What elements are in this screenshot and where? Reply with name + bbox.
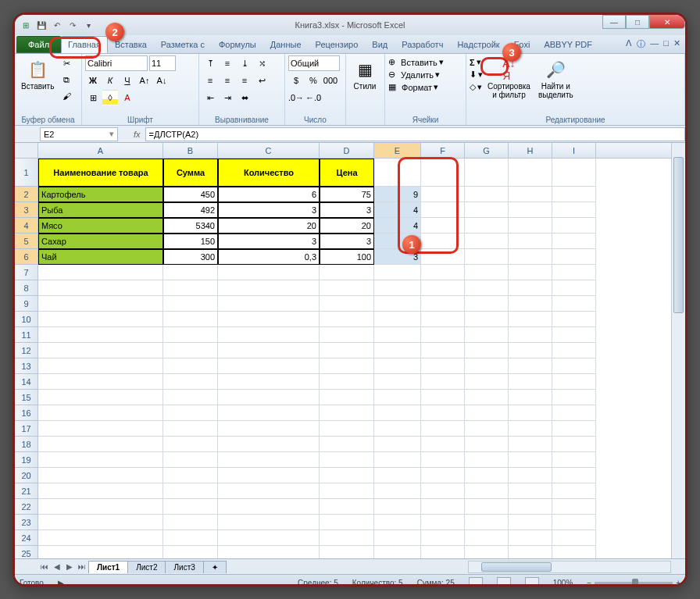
tab-developer[interactable]: Разработч [395, 36, 450, 53]
cell-D9[interactable] [320, 296, 374, 312]
cell-I22[interactable] [552, 499, 596, 515]
cell-D5[interactable]: 3 [320, 234, 374, 249]
align-middle-icon[interactable]: ≡ [220, 55, 235, 71]
col-header-A[interactable]: A [38, 143, 163, 158]
cell-E23[interactable] [374, 515, 421, 530]
sheet-nav-last-icon[interactable]: ⏭ [76, 562, 88, 571]
cell-I21[interactable] [552, 483, 596, 499]
cell-C12[interactable] [218, 343, 320, 358]
comma-icon[interactable]: 000 [323, 73, 338, 88]
cell-H25[interactable] [509, 546, 552, 558]
indent-increase-icon[interactable]: ⇥ [220, 90, 235, 105]
cell-H5[interactable] [509, 234, 552, 249]
cell-F6[interactable] [421, 249, 465, 265]
cell-B25[interactable] [163, 546, 218, 558]
cell-C21[interactable] [218, 483, 320, 499]
cell-B3[interactable]: 492 [163, 202, 218, 218]
cell-I13[interactable] [552, 358, 596, 374]
cell-D2[interactable]: 75 [320, 187, 374, 202]
cell-H19[interactable] [509, 452, 552, 468]
cell-D20[interactable] [320, 468, 374, 483]
tab-formulas[interactable]: Формулы [212, 36, 263, 53]
cell-H15[interactable] [509, 390, 552, 405]
cell-C1[interactable]: Количество [218, 159, 320, 187]
new-sheet-button[interactable]: ✦ [203, 561, 227, 573]
currency-icon[interactable]: $ [288, 73, 304, 88]
cell-F23[interactable] [421, 515, 465, 530]
cell-H8[interactable] [509, 280, 552, 296]
cell-D7[interactable] [320, 265, 374, 280]
hscroll-thumb[interactable] [481, 562, 552, 572]
cell-I24[interactable] [552, 530, 596, 546]
cell-E7[interactable] [374, 265, 421, 280]
cell-D24[interactable] [320, 530, 374, 546]
cell-E11[interactable] [374, 327, 421, 343]
fx-icon[interactable]: fx [129, 130, 145, 139]
row-header-20[interactable]: 20 [15, 468, 38, 483]
cell-B21[interactable] [163, 483, 218, 499]
row-header-25[interactable]: 25 [15, 546, 38, 558]
dec-decimal-icon[interactable]: ←.0 [305, 90, 321, 105]
delete-cells-button[interactable]: ⊖ Удалить ▾ [388, 70, 440, 80]
cell-A5[interactable]: Сахар [38, 234, 163, 249]
cell-C23[interactable] [218, 515, 320, 530]
cell-C2[interactable]: 6 [218, 187, 320, 202]
cell-I15[interactable] [552, 390, 596, 405]
cell-E21[interactable] [374, 483, 421, 499]
row-header-19[interactable]: 19 [15, 452, 38, 468]
cell-A22[interactable] [38, 499, 163, 515]
cell-I17[interactable] [552, 421, 596, 437]
cell-C15[interactable] [218, 390, 320, 405]
cell-I2[interactable] [552, 187, 596, 202]
cell-F22[interactable] [421, 499, 465, 515]
cell-A11[interactable] [38, 327, 163, 343]
maximize-button[interactable]: □ [626, 15, 649, 29]
cell-G2[interactable] [465, 187, 509, 202]
doc-close-icon[interactable]: ✕ [673, 38, 680, 50]
cell-A24[interactable] [38, 530, 163, 546]
cell-D25[interactable] [320, 546, 374, 558]
cell-E4[interactable]: 4 [374, 218, 421, 234]
inc-decimal-icon[interactable]: .0→ [288, 90, 304, 105]
cell-D22[interactable] [320, 499, 374, 515]
cell-A16[interactable] [38, 405, 163, 421]
cell-B10[interactable] [163, 312, 218, 327]
cell-G9[interactable] [465, 296, 509, 312]
cell-G7[interactable] [465, 265, 509, 280]
cell-H7[interactable] [509, 265, 552, 280]
cell-H11[interactable] [509, 327, 552, 343]
col-header-C[interactable]: C [218, 143, 320, 158]
cell-H6[interactable] [509, 249, 552, 265]
cell-D1[interactable]: Цена [320, 159, 374, 187]
cell-D11[interactable] [320, 327, 374, 343]
tab-home[interactable]: Главная [61, 36, 108, 53]
indent-decrease-icon[interactable]: ⇤ [202, 90, 218, 105]
cell-A10[interactable] [38, 312, 163, 327]
cell-A20[interactable] [38, 468, 163, 483]
find-select-button[interactable]: 🔎 Найти и выделить [535, 55, 577, 101]
cell-G4[interactable] [465, 218, 509, 234]
cell-H12[interactable] [509, 343, 552, 358]
name-box[interactable]: E2▾ [40, 127, 118, 141]
cell-I9[interactable] [552, 296, 596, 312]
format-cells-button[interactable]: ▦ Формат ▾ [388, 82, 438, 92]
cell-F13[interactable] [421, 358, 465, 374]
cut-icon[interactable]: ✂ [59, 55, 74, 71]
cell-B22[interactable] [163, 499, 218, 515]
tab-file[interactable]: Файл [16, 36, 61, 53]
cell-B12[interactable] [163, 343, 218, 358]
cell-B24[interactable] [163, 530, 218, 546]
styles-button[interactable]: ▦ Стили [349, 55, 380, 92]
italic-button[interactable]: К [102, 73, 118, 88]
cell-B17[interactable] [163, 421, 218, 437]
cell-F24[interactable] [421, 530, 465, 546]
cell-E24[interactable] [374, 530, 421, 546]
cell-E17[interactable] [374, 421, 421, 437]
cell-D6[interactable]: 100 [320, 249, 374, 265]
cell-C4[interactable]: 20 [218, 218, 320, 234]
cell-C14[interactable] [218, 374, 320, 390]
close-button[interactable]: ✕ [649, 15, 685, 29]
cell-H1[interactable] [509, 159, 552, 187]
cell-D17[interactable] [320, 421, 374, 437]
cell-I8[interactable] [552, 280, 596, 296]
